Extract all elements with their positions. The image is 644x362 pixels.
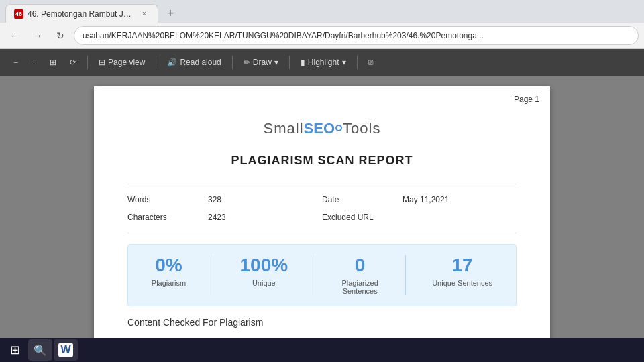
date-label: Date bbox=[322, 195, 376, 204]
characters-value: 2423 bbox=[208, 213, 226, 222]
meta-excluded-url: Excluded URL bbox=[322, 208, 517, 226]
toolbar-separator-2 bbox=[156, 56, 156, 69]
logo-seo: SEO bbox=[304, 120, 335, 137]
pdf-toolbar: − + ⊞ ⟳ ⊟ Page view 🔊 Read aloud ✏ Draw … bbox=[0, 49, 644, 76]
zoom-out-icon: − bbox=[13, 58, 18, 67]
stat-unique: 100% Unique bbox=[240, 255, 288, 295]
toolbar-separator-5 bbox=[357, 56, 358, 69]
meta-characters: Characters 2423 bbox=[127, 208, 322, 226]
unique-sentences-label: Unique Sentences bbox=[432, 279, 492, 287]
stat-plagiarized-sentences: 0 Plagiarized Sentences bbox=[341, 255, 378, 295]
zoom-in-button[interactable]: + bbox=[26, 55, 42, 70]
plagiarism-label: Plagiarism bbox=[152, 279, 186, 287]
plagiarism-number: 0% bbox=[152, 255, 186, 276]
date-value: May 11,2021 bbox=[402, 195, 449, 204]
forward-button[interactable]: → bbox=[28, 26, 47, 45]
fit-page-icon: ⊞ bbox=[50, 58, 56, 67]
tab-title: 46. Pemotongan Rambut Jogja × bbox=[28, 9, 135, 19]
meta-date: Date May 11,2021 bbox=[322, 191, 517, 208]
eraser-icon: ⎚ bbox=[368, 58, 373, 67]
refresh-button[interactable]: ↻ bbox=[51, 26, 70, 45]
zoom-out-button[interactable]: − bbox=[8, 55, 23, 70]
stat-unique-sentences: 17 Unique Sentences bbox=[432, 255, 492, 295]
rotate-icon: ⟳ bbox=[70, 58, 76, 67]
word-icon: W bbox=[58, 343, 72, 357]
new-tab-button[interactable]: + bbox=[161, 4, 180, 23]
highlight-chevron-icon: ▾ bbox=[342, 58, 346, 67]
unique-label: Unique bbox=[240, 279, 288, 287]
taskbar-search-button[interactable]: 🔍 bbox=[28, 339, 52, 361]
toolbar-separator-4 bbox=[289, 56, 290, 69]
highlight-label: Highlight bbox=[308, 58, 339, 67]
toolbar-separator bbox=[87, 56, 88, 69]
search-icon: 🔍 bbox=[34, 344, 47, 357]
taskbar: ⊞ 🔍 W bbox=[0, 338, 644, 362]
pdf-content-area[interactable]: Page 1 SmallSEOTools PLAGIARISM SCAN REP… bbox=[0, 76, 644, 362]
unique-number: 100% bbox=[240, 255, 288, 276]
content-checked-title: Content Checked For Plagiarism bbox=[127, 317, 517, 328]
page-view-label: Page view bbox=[108, 58, 145, 67]
toolbar-separator-3 bbox=[232, 56, 233, 69]
draw-chevron-icon: ▾ bbox=[274, 58, 278, 67]
meta-grid: Words 328 Characters 2423 Date May 11,20… bbox=[127, 184, 517, 233]
draw-icon: ✏ bbox=[244, 58, 250, 67]
highlight-icon: ▮ bbox=[301, 58, 305, 67]
taskbar-word-button[interactable]: W bbox=[54, 339, 78, 361]
plagiarized-sentences-number: 0 bbox=[341, 255, 378, 276]
read-aloud-button[interactable]: 🔊 Read aloud bbox=[162, 55, 226, 70]
stat-divider-1 bbox=[213, 255, 213, 295]
browser-chrome: 46 46. Pemotongan Rambut Jogja × × + ← →… bbox=[0, 0, 644, 49]
logo-area: SmallSEOTools bbox=[127, 120, 517, 137]
page-view-button[interactable]: ⊟ Page view bbox=[93, 55, 150, 70]
read-aloud-icon: 🔊 bbox=[167, 58, 177, 67]
excluded-url-label: Excluded URL bbox=[322, 213, 376, 222]
draw-button[interactable]: ✏ Draw ▾ bbox=[238, 55, 284, 70]
logo-pre: Small bbox=[264, 120, 304, 137]
highlight-button[interactable]: ▮ Highlight ▾ bbox=[295, 55, 352, 70]
report-title: PLAGIARISM SCAN REPORT bbox=[127, 154, 517, 168]
windows-start-button[interactable]: ⊞ bbox=[3, 339, 27, 361]
unique-sentences-number: 17 bbox=[432, 255, 492, 276]
stats-section: 0% Plagiarism 100% Unique 0 Plagiarized … bbox=[127, 244, 517, 306]
zoom-in-icon: + bbox=[32, 58, 36, 67]
rotate-button[interactable]: ⟳ bbox=[64, 55, 82, 70]
logo-post: Tools bbox=[343, 120, 380, 137]
eraser-button[interactable]: ⎚ bbox=[363, 55, 378, 70]
fit-page-button[interactable]: ⊞ bbox=[44, 55, 62, 70]
tab-close-button[interactable]: × bbox=[139, 9, 150, 19]
draw-label: Draw bbox=[253, 58, 272, 67]
back-button[interactable]: ← bbox=[5, 26, 24, 45]
characters-label: Characters bbox=[127, 213, 181, 222]
meta-words: Words 328 bbox=[127, 191, 322, 208]
address-bar-row: ← → ↻ bbox=[0, 23, 644, 48]
page-view-icon: ⊟ bbox=[99, 58, 105, 67]
plagiarized-sentences-label: Plagiarized Sentences bbox=[341, 279, 378, 295]
meta-date-row: Date May 11,2021 Excluded URL bbox=[322, 191, 517, 226]
read-aloud-label: Read aloud bbox=[180, 58, 221, 67]
meta-words-row: Words 328 Characters 2423 bbox=[127, 191, 322, 226]
logo-circle-icon bbox=[335, 125, 342, 131]
windows-icon: ⊞ bbox=[10, 343, 20, 357]
address-input[interactable] bbox=[74, 26, 639, 45]
stat-divider-3 bbox=[405, 255, 406, 295]
active-tab[interactable]: 46 46. Pemotongan Rambut Jogja × × bbox=[5, 4, 158, 23]
pdf-page: Page 1 SmallSEOTools PLAGIARISM SCAN REP… bbox=[94, 86, 550, 362]
stat-plagiarism: 0% Plagiarism bbox=[152, 255, 186, 295]
words-value: 328 bbox=[208, 195, 221, 204]
tab-favicon: 46 bbox=[14, 9, 23, 19]
stat-divider-2 bbox=[315, 255, 315, 295]
tab-bar: 46 46. Pemotongan Rambut Jogja × × + bbox=[0, 0, 644, 23]
page-number: Page 1 bbox=[514, 95, 539, 104]
words-label: Words bbox=[127, 195, 181, 204]
